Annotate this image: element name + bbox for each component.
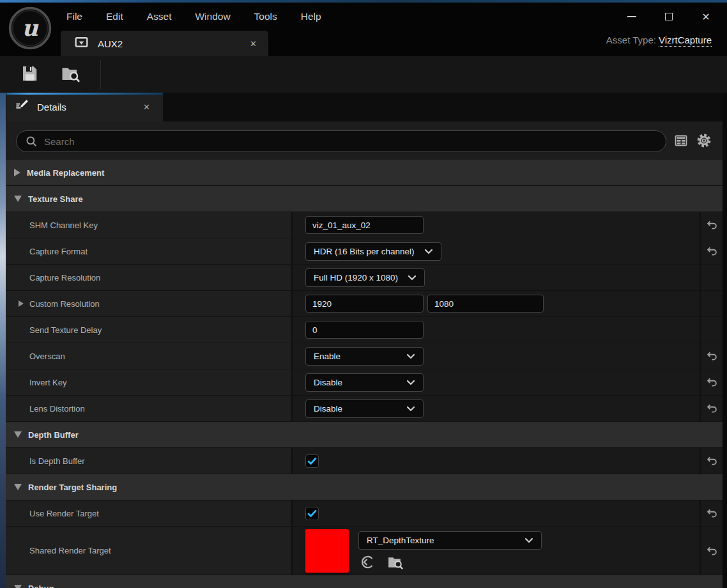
reset-to-default-button[interactable] [704,401,719,416]
reset-to-default-button[interactable] [704,375,719,390]
display-filter-button[interactable] [673,132,689,149]
property-label: Use Render Target [29,509,99,518]
reset-to-default-button[interactable] [704,506,719,521]
capture-format-dropdown[interactable]: HDR (16 Bits per channel) [305,242,441,261]
row-capture-format: Capture Format HDR (16 Bits per channel) [6,238,723,265]
capture-resolution-dropdown[interactable]: Full HD (1920 x 1080) [305,268,425,287]
unreal-engine-logo[interactable]: u [8,6,52,50]
reset-arrow-icon [705,219,718,231]
shm-channel-key-input[interactable] [305,216,424,234]
browse-to-asset-button[interactable] [56,63,84,86]
dropdown-value: Disable [314,378,342,387]
asset-tab-aux2[interactable]: AUX2 ✕ [61,31,268,56]
shared-render-target-dropdown[interactable]: RT_DepthTexture [358,531,542,550]
row-lens-distortion: Lens Distortion Disable [6,396,723,422]
reset-arrow-icon [705,376,718,389]
circle-arrow-left-icon [360,554,376,570]
invert-key-dropdown[interactable]: Disable [305,373,424,392]
section-media-replacement[interactable]: Media Replacement [6,160,723,186]
section-label: Debug [28,584,54,588]
use-render-target-checkbox[interactable] [305,507,319,520]
is-depth-buffer-checkbox[interactable] [305,454,319,468]
overscan-dropdown[interactable]: Enable [305,347,424,366]
reset-to-default-button[interactable] [704,217,719,233]
folder-search-icon [59,64,81,86]
search-input[interactable] [44,136,655,147]
details-property-list: Media Replacement Texture Share SHM Chan… [6,160,723,588]
capture-monitor-icon [73,35,89,53]
reset-arrow-icon [705,350,718,362]
section-texture-share[interactable]: Texture Share [6,186,723,212]
search-box[interactable] [16,130,666,152]
minimize-icon [627,16,636,17]
close-window-button[interactable]: ✕ [698,8,714,25]
custom-resolution-width-input[interactable] [305,295,424,313]
menu-file[interactable]: File [66,11,82,22]
window-controls: ✕ [624,3,714,31]
send-texture-delay-input[interactable] [305,321,424,339]
reset-to-default-button[interactable] [704,453,719,468]
title-bar: File Edit Asset Window Tools Help ✕ AUX2… [0,3,727,56]
chevron-down-icon [14,431,22,438]
lens-distortion-dropdown[interactable]: Disable [305,399,424,418]
dropdown-value: HDR (16 Bits per channel) [314,247,415,256]
menu-bar: File Edit Asset Window Tools Help [66,3,321,31]
reset-arrow-icon [705,402,718,415]
table-grid-icon [673,133,689,148]
section-debug[interactable]: Debug [6,575,723,588]
maximize-button[interactable] [661,8,677,25]
row-capture-resolution: Capture Resolution Full HD (1920 x 1080) [6,265,723,291]
save-button[interactable] [15,63,43,86]
chevron-down-icon [406,353,415,359]
save-icon [20,64,39,86]
row-send-texture-delay: Send Texture Delay [6,317,723,343]
render-target-thumbnail[interactable] [305,529,349,573]
menu-help[interactable]: Help [301,11,321,22]
chevron-down-icon [408,275,417,281]
checkmark-icon [307,456,318,467]
reset-arrow-icon [705,454,718,467]
reset-arrow-icon [705,507,718,520]
property-label: SHM Channel Key [29,220,98,230]
section-depth-buffer[interactable]: Depth Buffer [6,422,723,448]
settings-button[interactable] [696,132,712,149]
custom-resolution-height-input[interactable] [427,295,544,313]
property-label: Invert Key [29,378,67,387]
menu-window[interactable]: Window [195,11,230,22]
details-tab-label: Details [37,102,66,112]
details-search-row [6,121,723,160]
details-tab-bar: Details ✕ [6,93,723,121]
use-selected-asset-button[interactable] [360,554,376,570]
property-label: Capture Format [29,247,88,256]
details-tab-close-button[interactable]: ✕ [143,102,150,112]
chevron-down-icon [406,406,415,412]
property-label: Send Texture Delay [29,325,102,335]
expander-chevron-right-icon[interactable] [19,300,24,307]
asset-tab-close-button[interactable]: ✕ [250,39,257,49]
unreal-editor-window: File Edit Asset Window Tools Help ✕ AUX2… [0,0,727,588]
menu-edit[interactable]: Edit [106,11,123,22]
checkmark-icon [307,508,318,519]
asset-type: Asset Type:VizrtCapture [606,35,712,45]
property-label: Overscan [29,352,65,361]
menu-asset[interactable]: Asset [147,11,172,22]
menu-tools[interactable]: Tools [254,11,277,22]
section-render-target-sharing[interactable]: Render Target Sharing [6,474,723,500]
reset-arrow-icon [705,545,718,557]
dropdown-value: Full HD (1920 x 1080) [314,273,398,282]
browse-to-asset-button[interactable] [386,554,404,570]
reset-to-default-button[interactable] [704,244,719,259]
row-use-render-target: Use Render Target [6,500,723,527]
asset-type-value-link[interactable]: VizrtCapture [659,35,712,47]
section-label: Render Target Sharing [28,483,117,492]
reset-to-default-button[interactable] [704,348,719,364]
row-overscan: Overscan Enable [6,343,723,369]
reset-to-default-button[interactable] [704,543,719,559]
reset-arrow-icon [705,245,718,258]
row-invert-key: Invert Key Disable [6,369,723,396]
minimize-button[interactable] [624,8,640,25]
toolbar-divider [100,60,101,89]
details-tab[interactable]: Details ✕ [6,93,163,121]
section-label: Media Replacement [27,168,104,178]
search-icon [25,135,38,148]
